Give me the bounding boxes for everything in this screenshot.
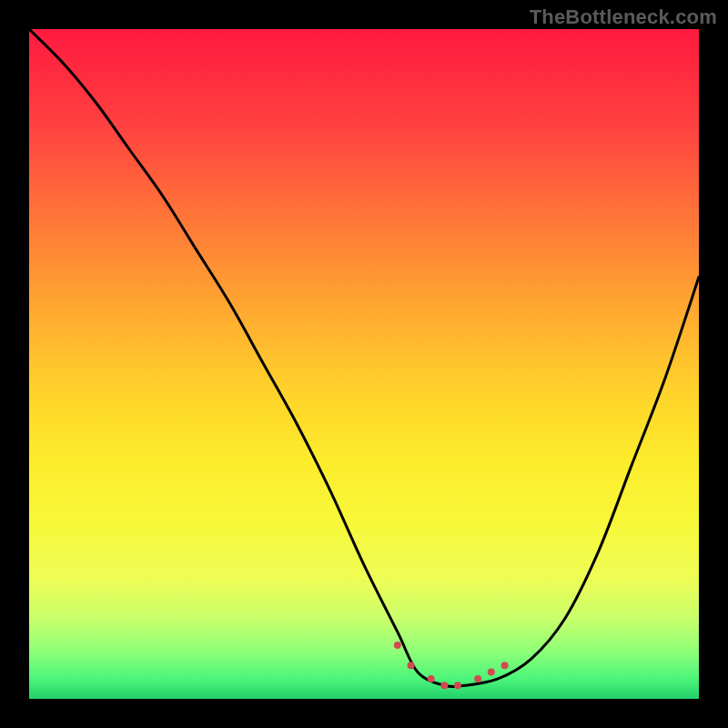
marker-point [440,682,448,689]
marker-point [394,642,401,649]
watermark-text: TheBottleneck.com [530,5,717,29]
marker-point [501,662,509,669]
chart-canvas: TheBottleneck.com [0,0,728,728]
plot-area [29,29,699,699]
marker-point [474,675,481,682]
marker-point [488,669,495,676]
chart-overlay [29,29,699,699]
marker-point [408,662,415,669]
marker-point [454,682,461,689]
bottleneck-curve-path [29,29,699,687]
marker-point [428,675,435,682]
